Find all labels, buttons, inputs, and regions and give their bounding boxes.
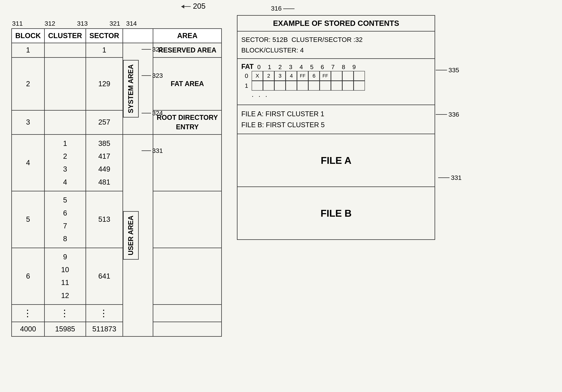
ref-335: 335 [436,66,459,74]
table-row: 2 129 FAT AREA [12,57,222,110]
fat-cell-0-7 [331,71,342,81]
sector-cell: 1 [86,43,123,57]
fat-section-cell: FAT 0 1 2 3 4 5 6 7 8 9 [237,59,435,105]
fat-cell-1-2 [274,81,286,91]
diagram-container: 205 311 312 313 321 314 BLOCK CLUSTER SE… [11,15,435,337]
fat-cells-1 [252,81,365,91]
file-a-cell: FILE A [237,134,435,187]
cluster-cell [45,43,86,57]
empty-area-cell [153,248,222,305]
sector-cell: 257 [86,110,123,134]
fat-cell-1-9 [354,81,365,91]
table-header-row: BLOCK CLUSTER SECTOR AREA [12,29,222,43]
right-header-cell: EXAMPLE OF STORED CONTENTS [237,15,435,31]
cluster-last: 15985 [45,322,86,336]
block-cell: 3 [12,110,45,134]
fat-row-label-0: 0 [241,71,252,81]
stored-info-cell: SECTOR: 512B CLUSTER/SECTOR :32BLOCK/CLU… [237,31,435,59]
left-table-refs: 322 323 324 331 [141,42,163,154]
fat-header: FAT 0 1 2 3 4 5 6 7 8 9 [241,63,431,70]
fat-cell-1-8 [342,81,354,91]
cluster-cell: 5678 [45,191,86,248]
fat-cell-0-0: X [252,71,263,81]
area-name-header: AREA [153,29,222,43]
ref-336-text: 336 [448,111,459,118]
fat-cell-0-5: 6 [308,71,320,81]
cluster-header: CLUSTER [45,29,86,43]
ref-323-container: 323 [141,72,163,79]
empty-area-dots [153,305,222,322]
ref-331-label: 331 [438,174,462,181]
ref-316-label: 316 [271,5,294,12]
fat-cell-0-9 [354,71,365,81]
ref-324-container: 324 [141,109,163,117]
table-row: 5 5678 513 [12,191,222,248]
table-row: 1 1 SYSTEM AREA RESERVED AREA [12,43,222,57]
system-area-label: SYSTEM AREA [123,60,139,118]
dir-entry-text: FILE A: FIRST CLUSTER 1FILE B: FIRST CLU… [241,110,325,129]
file-a-row: FILE A [237,134,435,187]
dir-entry-row: FILE A: FIRST CLUSTER 1FILE B: FIRST CLU… [237,105,435,134]
right-header-row: EXAMPLE OF STORED CONTENTS [237,15,435,31]
empty-area-last [153,322,222,336]
fat-col-9: 9 [349,64,359,70]
sector-last: 511873 [86,322,123,336]
file-b-row: FILE B [237,187,435,240]
fat-col-2: 2 [275,64,285,70]
reserved-area-cell: RESERVED AREA [153,43,222,57]
table-row: 6 9101112 641 [12,248,222,305]
fat-col-0: 0 [254,64,264,70]
fat-cell-0-2: 3 [274,71,286,81]
ref-314: 314 [125,20,188,27]
block-cell: 1 [12,43,45,57]
fat-cells-0: X 2 3 4 FF 6 FF [252,71,365,81]
fat-cell-0-3: 4 [286,71,297,81]
cluster-cell: 1234 [45,134,86,191]
right-section: 316 EXAMPLE OF STORED CONTENTS SECTOR: 5… [237,15,435,240]
fat-area-cell: FAT AREA [153,57,222,110]
right-table: EXAMPLE OF STORED CONTENTS SECTOR: 512B … [237,15,435,240]
fat-cell-1-1 [263,81,274,91]
fat-col-5: 5 [307,64,317,70]
block-dots: ⋮ [12,305,45,322]
user-area-name-cell [153,134,222,191]
sector-cell: 641 [86,248,123,305]
stored-info-row: SECTOR: 512B CLUSTER/SECTOR :32BLOCK/CLU… [237,31,435,59]
fat-cell-1-3 [286,81,297,91]
user-area-cell: USER AREA [123,134,153,336]
figure-number: 205 [181,2,206,10]
table-row: 4 1234 385417449481 USER AREA [12,134,222,191]
ref-311: 311 [11,20,44,27]
ref-321: 321 [109,20,125,27]
fat-cell-1-4 [297,81,308,91]
fat-col-1: 1 [264,64,275,70]
block-cell: 5 [12,191,45,248]
fat-col-3: 3 [285,64,296,70]
fat-row-1: 1 [241,81,431,91]
fat-row-0: 0 X 2 3 4 FF 6 FF [241,71,431,81]
fat-cell-0-4: FF [297,71,308,81]
block-cell: 4 [12,134,45,191]
fat-title: FAT [241,63,254,70]
ref-312: 312 [44,20,76,27]
sector-header: SECTOR [86,29,123,43]
block-last: 4000 [12,322,45,336]
fat-cell-1-0 [252,81,263,91]
fat-col-8: 8 [338,64,349,70]
ref-331-left-text: 331 [152,147,163,154]
fat-cell-0-8 [342,71,354,81]
fat-section-row: FAT 0 1 2 3 4 5 6 7 8 9 [237,59,435,105]
sector-dots: ⋮ [86,305,123,322]
file-b-cell: FILE B [237,187,435,240]
ref-313: 313 [76,20,109,27]
area-col-header [123,29,153,43]
fat-dots: · · · [241,91,431,101]
block-cell: 2 [12,57,45,110]
fat-col-4: 4 [296,64,307,70]
left-section: 311 312 313 321 314 BLOCK CLUSTER SECTOR… [11,15,222,337]
sector-cell: 513 [86,191,123,248]
user-area-label: USER AREA [123,211,139,260]
ref-331-text: 331 [451,174,462,181]
fat-col-headers: 0 1 2 3 4 5 6 7 8 9 [254,64,359,70]
ref-322-text: 322 [152,46,163,53]
